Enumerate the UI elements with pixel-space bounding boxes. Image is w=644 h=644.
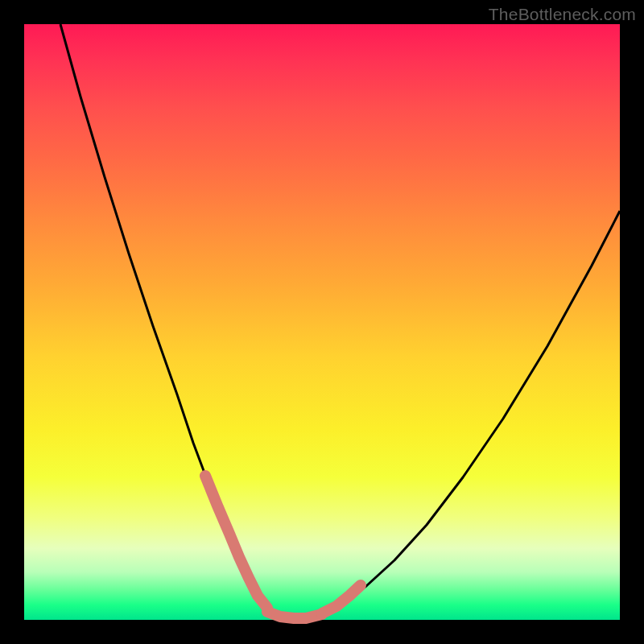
series-bottleneck-curve — [60, 24, 620, 618]
series-highlight-right — [322, 585, 361, 613]
plot-area — [24, 24, 620, 620]
series-highlight-left — [205, 476, 267, 608]
curve-layer — [24, 24, 620, 620]
watermark-text: TheBottleneck.com — [489, 5, 636, 24]
series-highlight-bottom — [267, 612, 322, 618]
chart-frame: TheBottleneck.com — [0, 0, 644, 644]
